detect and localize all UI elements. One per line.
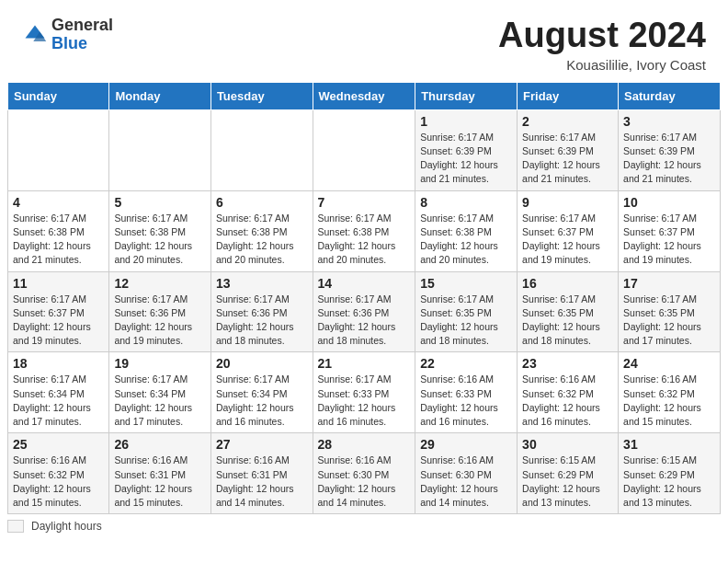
calendar-cell: 2Sunrise: 6:17 AM Sunset: 6:39 PM Daylig… bbox=[518, 109, 619, 190]
day-number: 30 bbox=[522, 437, 613, 452]
calendar-table: SundayMondayTuesdayWednesdayThursdayFrid… bbox=[7, 82, 721, 514]
day-info: Sunrise: 6:17 AM Sunset: 6:34 PM Dayligh… bbox=[114, 373, 206, 429]
title-block: August 2024 Kouasililie, Ivory Coast bbox=[498, 17, 706, 73]
month-year-title: August 2024 bbox=[498, 17, 706, 55]
day-number: 5 bbox=[114, 195, 206, 210]
day-number: 18 bbox=[13, 356, 104, 371]
day-number: 22 bbox=[420, 356, 512, 371]
calendar-week-row: 1Sunrise: 6:17 AM Sunset: 6:39 PM Daylig… bbox=[8, 109, 721, 190]
day-number: 26 bbox=[114, 437, 206, 452]
day-number: 3 bbox=[623, 114, 715, 129]
calendar-cell bbox=[210, 109, 313, 190]
day-number: 20 bbox=[216, 356, 308, 371]
logo-general-text: General bbox=[51, 16, 113, 34]
day-info: Sunrise: 6:16 AM Sunset: 6:32 PM Dayligh… bbox=[623, 373, 715, 429]
calendar-cell: 16Sunrise: 6:17 AM Sunset: 6:35 PM Dayli… bbox=[518, 271, 619, 352]
calendar-cell: 10Sunrise: 6:17 AM Sunset: 6:37 PM Dayli… bbox=[619, 190, 721, 271]
calendar-cell: 31Sunrise: 6:15 AM Sunset: 6:29 PM Dayli… bbox=[619, 433, 721, 514]
calendar-day-header: Monday bbox=[109, 82, 211, 109]
day-info: Sunrise: 6:17 AM Sunset: 6:38 PM Dayligh… bbox=[114, 212, 206, 268]
calendar-cell: 19Sunrise: 6:17 AM Sunset: 6:34 PM Dayli… bbox=[109, 352, 211, 433]
day-info: Sunrise: 6:17 AM Sunset: 6:39 PM Dayligh… bbox=[420, 131, 512, 187]
calendar-cell: 12Sunrise: 6:17 AM Sunset: 6:36 PM Dayli… bbox=[109, 271, 211, 352]
day-info: Sunrise: 6:17 AM Sunset: 6:38 PM Dayligh… bbox=[420, 212, 512, 268]
day-number: 4 bbox=[13, 195, 104, 210]
calendar-cell: 23Sunrise: 6:16 AM Sunset: 6:32 PM Dayli… bbox=[518, 352, 619, 433]
day-info: Sunrise: 6:15 AM Sunset: 6:29 PM Dayligh… bbox=[522, 454, 613, 510]
day-info: Sunrise: 6:17 AM Sunset: 6:34 PM Dayligh… bbox=[216, 373, 308, 429]
calendar-cell: 15Sunrise: 6:17 AM Sunset: 6:35 PM Dayli… bbox=[415, 271, 518, 352]
day-number: 25 bbox=[13, 437, 104, 452]
calendar-cell: 20Sunrise: 6:17 AM Sunset: 6:34 PM Dayli… bbox=[210, 352, 313, 433]
day-number: 1 bbox=[420, 114, 512, 129]
calendar-cell: 28Sunrise: 6:16 AM Sunset: 6:30 PM Dayli… bbox=[313, 433, 415, 514]
day-info: Sunrise: 6:17 AM Sunset: 6:37 PM Dayligh… bbox=[623, 212, 715, 268]
calendar-cell: 4Sunrise: 6:17 AM Sunset: 6:38 PM Daylig… bbox=[8, 190, 109, 271]
day-number: 23 bbox=[522, 356, 613, 371]
day-number: 13 bbox=[216, 276, 308, 291]
calendar-cell: 11Sunrise: 6:17 AM Sunset: 6:37 PM Dayli… bbox=[8, 271, 109, 352]
day-number: 6 bbox=[216, 195, 308, 210]
legend-label: Daylight hours bbox=[31, 520, 102, 533]
page-header: General Blue August 2024 Kouasililie, Iv… bbox=[0, 0, 728, 82]
calendar-cell: 13Sunrise: 6:17 AM Sunset: 6:36 PM Dayli… bbox=[210, 271, 313, 352]
calendar-cell: 17Sunrise: 6:17 AM Sunset: 6:35 PM Dayli… bbox=[619, 271, 721, 352]
calendar-day-header: Wednesday bbox=[313, 82, 415, 109]
day-number: 8 bbox=[420, 195, 512, 210]
day-info: Sunrise: 6:16 AM Sunset: 6:32 PM Dayligh… bbox=[13, 454, 104, 510]
calendar-week-row: 4Sunrise: 6:17 AM Sunset: 6:38 PM Daylig… bbox=[8, 190, 721, 271]
calendar-day-header: Friday bbox=[518, 82, 619, 109]
day-number: 24 bbox=[623, 356, 715, 371]
day-number: 29 bbox=[420, 437, 512, 452]
day-number: 10 bbox=[623, 195, 715, 210]
calendar-cell: 7Sunrise: 6:17 AM Sunset: 6:38 PM Daylig… bbox=[313, 190, 415, 271]
location-subtitle: Kouasililie, Ivory Coast bbox=[498, 57, 706, 73]
logo-icon bbox=[22, 22, 48, 48]
calendar-cell: 14Sunrise: 6:17 AM Sunset: 6:36 PM Dayli… bbox=[313, 271, 415, 352]
calendar-cell: 1Sunrise: 6:17 AM Sunset: 6:39 PM Daylig… bbox=[415, 109, 518, 190]
day-info: Sunrise: 6:17 AM Sunset: 6:36 PM Dayligh… bbox=[216, 293, 308, 349]
day-info: Sunrise: 6:16 AM Sunset: 6:31 PM Dayligh… bbox=[216, 454, 308, 510]
day-info: Sunrise: 6:17 AM Sunset: 6:36 PM Dayligh… bbox=[318, 293, 411, 349]
calendar-cell: 27Sunrise: 6:16 AM Sunset: 6:31 PM Dayli… bbox=[210, 433, 313, 514]
calendar-day-header: Saturday bbox=[619, 82, 721, 109]
day-number: 15 bbox=[420, 276, 512, 291]
day-info: Sunrise: 6:16 AM Sunset: 6:30 PM Dayligh… bbox=[420, 454, 512, 510]
day-info: Sunrise: 6:17 AM Sunset: 6:35 PM Dayligh… bbox=[623, 293, 715, 349]
logo-blue-text: Blue bbox=[51, 34, 87, 52]
day-number: 12 bbox=[114, 276, 206, 291]
calendar-cell: 22Sunrise: 6:16 AM Sunset: 6:33 PM Dayli… bbox=[415, 352, 518, 433]
calendar-cell: 3Sunrise: 6:17 AM Sunset: 6:39 PM Daylig… bbox=[619, 109, 721, 190]
calendar-cell: 30Sunrise: 6:15 AM Sunset: 6:29 PM Dayli… bbox=[518, 433, 619, 514]
calendar-week-row: 11Sunrise: 6:17 AM Sunset: 6:37 PM Dayli… bbox=[8, 271, 721, 352]
day-info: Sunrise: 6:17 AM Sunset: 6:38 PM Dayligh… bbox=[13, 212, 104, 268]
calendar-week-row: 18Sunrise: 6:17 AM Sunset: 6:34 PM Dayli… bbox=[8, 352, 721, 433]
calendar-cell bbox=[109, 109, 211, 190]
legend-section: Daylight hours bbox=[0, 514, 728, 536]
day-info: Sunrise: 6:17 AM Sunset: 6:39 PM Dayligh… bbox=[522, 131, 613, 187]
calendar-cell: 29Sunrise: 6:16 AM Sunset: 6:30 PM Dayli… bbox=[415, 433, 518, 514]
day-info: Sunrise: 6:16 AM Sunset: 6:30 PM Dayligh… bbox=[318, 454, 411, 510]
calendar-cell: 6Sunrise: 6:17 AM Sunset: 6:38 PM Daylig… bbox=[210, 190, 313, 271]
legend-color-box bbox=[7, 520, 24, 533]
calendar-cell: 8Sunrise: 6:17 AM Sunset: 6:38 PM Daylig… bbox=[415, 190, 518, 271]
day-info: Sunrise: 6:17 AM Sunset: 6:35 PM Dayligh… bbox=[420, 293, 512, 349]
day-number: 21 bbox=[318, 356, 411, 371]
day-info: Sunrise: 6:17 AM Sunset: 6:34 PM Dayligh… bbox=[13, 373, 104, 429]
calendar-cell: 9Sunrise: 6:17 AM Sunset: 6:37 PM Daylig… bbox=[518, 190, 619, 271]
day-info: Sunrise: 6:17 AM Sunset: 6:33 PM Dayligh… bbox=[318, 373, 411, 429]
day-number: 28 bbox=[318, 437, 411, 452]
day-number: 2 bbox=[522, 114, 613, 129]
day-info: Sunrise: 6:17 AM Sunset: 6:37 PM Dayligh… bbox=[522, 212, 613, 268]
day-info: Sunrise: 6:15 AM Sunset: 6:29 PM Dayligh… bbox=[623, 454, 715, 510]
day-info: Sunrise: 6:17 AM Sunset: 6:37 PM Dayligh… bbox=[13, 293, 104, 349]
day-number: 14 bbox=[318, 276, 411, 291]
day-number: 16 bbox=[522, 276, 613, 291]
day-number: 19 bbox=[114, 356, 206, 371]
calendar-day-header: Sunday bbox=[8, 82, 109, 109]
day-info: Sunrise: 6:16 AM Sunset: 6:31 PM Dayligh… bbox=[114, 454, 206, 510]
day-number: 9 bbox=[522, 195, 613, 210]
day-number: 7 bbox=[318, 195, 411, 210]
calendar-header-row: SundayMondayTuesdayWednesdayThursdayFrid… bbox=[8, 82, 721, 109]
day-info: Sunrise: 6:17 AM Sunset: 6:38 PM Dayligh… bbox=[216, 212, 308, 268]
